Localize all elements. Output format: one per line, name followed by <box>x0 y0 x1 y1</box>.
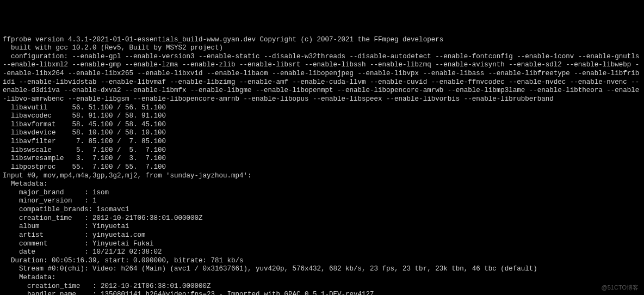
terminal-line: Duration: 00:05:16.39, start: 0.000000, … <box>3 257 641 266</box>
terminal-line: album : Yinyuetai <box>3 223 641 231</box>
terminal-line: libavutil 56. 51.100 / 56. 51.100 <box>3 104 641 113</box>
terminal-line: creation_time : 2012-10-21T06:38:01.0000… <box>3 214 641 223</box>
terminal-line: libavformat 58. 45.100 / 58. 45.100 <box>3 121 641 130</box>
watermark-text: @51CTO博客 <box>602 284 639 292</box>
terminal-line: artist : yinyuetai.com <box>3 231 641 240</box>
terminal-output: ffprobe version 4.3.1-2021-01-01-essenti… <box>3 36 641 296</box>
terminal-line: creation_time : 2012-10-21T06:38:01.0000… <box>3 282 641 291</box>
terminal-line: Stream #0:0(chi): Video: h264 (Main) (av… <box>3 265 641 274</box>
terminal-line: Input #0, mov,mp4,m4a,3gp,3g2,mj2, from … <box>3 172 641 181</box>
terminal-line: built with gcc 10.2.0 (Rev5, Built by MS… <box>3 44 641 53</box>
terminal-line: Metadata: <box>3 180 641 189</box>
terminal-line: handler_name : 1350801141.h264#video:fps… <box>3 291 641 295</box>
terminal-line: ffprobe version 4.3.1-2021-01-01-essenti… <box>3 36 641 45</box>
terminal-line: libswscale 5. 7.100 / 5. 7.100 <box>3 146 641 155</box>
terminal-line: major_brand : isom <box>3 189 641 198</box>
terminal-line: libavcodec 58. 91.100 / 58. 91.100 <box>3 112 641 121</box>
terminal-line: compatible_brands: isomavc1 <box>3 206 641 214</box>
terminal-line: Metadata: <box>3 274 641 282</box>
terminal-line: configuration: --enable-gpl --enable-ver… <box>3 53 641 104</box>
terminal-line: date : 10/21/12 02:38:02 <box>3 248 641 257</box>
terminal-line: libswresample 3. 7.100 / 3. 7.100 <box>3 155 641 163</box>
terminal-line: comment : Yinyuetai Fukai <box>3 240 641 249</box>
terminal-line: libpostproc 55. 7.100 / 55. 7.100 <box>3 163 641 172</box>
terminal-line: libavdevice 58. 10.100 / 58. 10.100 <box>3 129 641 138</box>
terminal-line: libavfilter 7. 85.100 / 7. 85.100 <box>3 138 641 146</box>
terminal-line: minor_version : 1 <box>3 197 641 206</box>
